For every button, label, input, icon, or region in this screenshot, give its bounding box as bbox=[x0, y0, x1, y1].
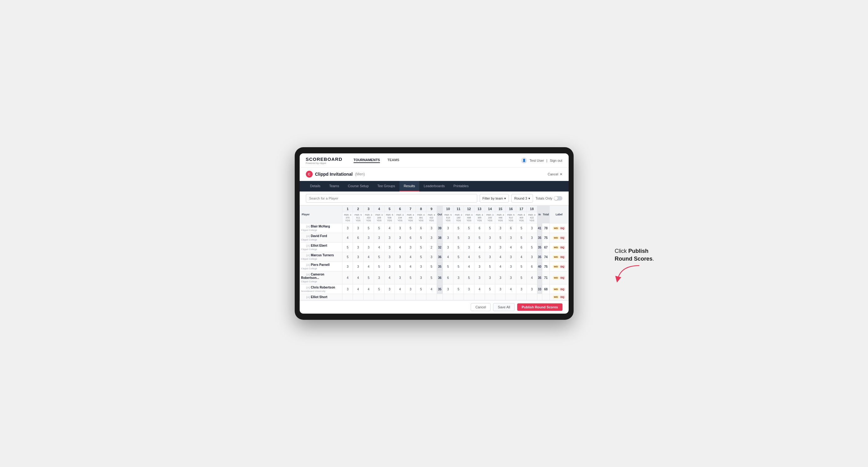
score-h13[interactable]: 3 bbox=[474, 262, 485, 272]
score-h12[interactable]: 4 bbox=[464, 262, 474, 272]
score-h4[interactable]: 5 bbox=[374, 223, 384, 233]
score-h7[interactable]: 4 bbox=[405, 252, 416, 262]
score-h2[interactable]: 6 bbox=[353, 233, 364, 243]
score-h1[interactable]: 3 bbox=[342, 223, 353, 233]
score-h12[interactable]: 3 bbox=[464, 243, 474, 252]
score-h14[interactable]: 3 bbox=[485, 243, 495, 252]
score-h6[interactable]: 3 bbox=[395, 252, 405, 262]
score-h13[interactable]: 3 bbox=[474, 272, 485, 284]
score-h1[interactable]: 4 bbox=[342, 272, 353, 284]
score-h4[interactable]: 3 bbox=[374, 233, 384, 243]
score-h17[interactable]: 5 bbox=[516, 233, 527, 243]
score-h8[interactable]: 5 bbox=[416, 243, 426, 252]
score-h12[interactable]: 3 bbox=[464, 284, 474, 294]
score-h1[interactable]: 5 bbox=[342, 252, 353, 262]
wd-badge[interactable]: WD bbox=[553, 246, 559, 249]
score-h15[interactable]: 5 bbox=[495, 233, 506, 243]
score-h16[interactable]: 3 bbox=[506, 272, 516, 284]
score-h13[interactable]: 4 bbox=[474, 243, 485, 252]
score-h16[interactable]: 3 bbox=[506, 233, 516, 243]
dq-badge[interactable]: DQ bbox=[560, 265, 565, 268]
score-label[interactable]: WD DQ bbox=[550, 243, 568, 252]
score-h8[interactable]: 5 bbox=[416, 233, 426, 243]
wd-badge[interactable]: WD bbox=[553, 226, 559, 230]
score-h17[interactable]: 5 bbox=[516, 262, 527, 272]
wd-badge[interactable]: WD bbox=[553, 255, 559, 259]
score-h12[interactable]: 3 bbox=[464, 233, 474, 243]
score-h3[interactable]: 4 bbox=[364, 284, 374, 294]
score-h16[interactable]: 3 bbox=[506, 262, 516, 272]
score-h14[interactable]: 3 bbox=[485, 233, 495, 243]
score-h8[interactable]: 6 bbox=[416, 223, 426, 233]
score-h7[interactable]: 3 bbox=[405, 243, 416, 252]
score-h14[interactable]: 5 bbox=[485, 284, 495, 294]
score-h17[interactable]: 4 bbox=[516, 252, 527, 262]
save-all-button[interactable]: Save All bbox=[493, 303, 515, 311]
score-h11[interactable]: 3 bbox=[453, 272, 464, 284]
score-h16[interactable]: 3 bbox=[506, 252, 516, 262]
dq-badge[interactable]: DQ bbox=[560, 287, 565, 291]
score-h10[interactable]: 5 bbox=[443, 262, 453, 272]
score-h3[interactable]: 3 bbox=[364, 233, 374, 243]
wd-badge[interactable]: WD bbox=[553, 295, 559, 299]
score-h8[interactable]: 5 bbox=[416, 252, 426, 262]
score-h3[interactable]: 5 bbox=[364, 272, 374, 284]
score-label[interactable]: WD DQ bbox=[550, 252, 568, 262]
score-h16[interactable]: 4 bbox=[506, 243, 516, 252]
score-h3[interactable]: 4 bbox=[364, 262, 374, 272]
score-h2[interactable]: 3 bbox=[353, 223, 364, 233]
tournament-cancel-button[interactable]: Cancel ✕ bbox=[548, 172, 562, 176]
score-h11[interactable]: 5 bbox=[453, 243, 464, 252]
dq-badge[interactable]: DQ bbox=[560, 226, 565, 230]
score-h18[interactable]: 5 bbox=[527, 243, 537, 252]
score-h9[interactable]: 4 bbox=[426, 284, 437, 294]
score-h4[interactable]: 4 bbox=[374, 243, 384, 252]
score-h10[interactable]: 6 bbox=[443, 272, 453, 284]
score-h12[interactable]: 4 bbox=[464, 252, 474, 262]
score-h15[interactable]: 4 bbox=[495, 252, 506, 262]
score-h9[interactable]: 3 bbox=[426, 223, 437, 233]
filter-team-dropdown[interactable]: Filter by team ▾ bbox=[480, 194, 509, 203]
nav-tournaments[interactable]: TOURNAMENTS bbox=[353, 158, 380, 163]
score-h17[interactable]: 5 bbox=[516, 223, 527, 233]
score-h6[interactable]: 3 bbox=[395, 233, 405, 243]
score-h10[interactable]: 3 bbox=[443, 284, 453, 294]
score-label[interactable]: WD DQ bbox=[550, 223, 568, 233]
search-input[interactable] bbox=[306, 194, 477, 203]
score-h9[interactable]: 3 bbox=[426, 252, 437, 262]
score-h11[interactable]: 5 bbox=[453, 262, 464, 272]
score-h5[interactable]: 4 bbox=[384, 272, 395, 284]
score-h6[interactable]: 3 bbox=[395, 223, 405, 233]
score-h15[interactable]: 3 bbox=[495, 272, 506, 284]
score-h16[interactable]: 6 bbox=[506, 223, 516, 233]
score-h14[interactable]: 3 bbox=[485, 272, 495, 284]
score-h8[interactable]: 5 bbox=[416, 284, 426, 294]
score-h5[interactable]: 3 bbox=[384, 243, 395, 252]
score-h7[interactable]: 4 bbox=[405, 262, 416, 272]
wd-badge[interactable]: WD bbox=[553, 236, 559, 240]
tab-printables[interactable]: Printables bbox=[449, 181, 473, 191]
score-h9[interactable]: 3 bbox=[426, 233, 437, 243]
score-label[interactable]: WD DQ bbox=[550, 262, 568, 272]
score-h13[interactable]: 5 bbox=[474, 252, 485, 262]
score-h11[interactable]: 5 bbox=[453, 252, 464, 262]
score-h4[interactable]: 5 bbox=[374, 284, 384, 294]
score-h7[interactable]: 5 bbox=[405, 272, 416, 284]
score-h17[interactable]: 5 bbox=[516, 272, 527, 284]
score-h4[interactable]: 5 bbox=[374, 252, 384, 262]
score-h12[interactable]: 5 bbox=[464, 272, 474, 284]
score-h6[interactable]: 4 bbox=[395, 284, 405, 294]
score-h11[interactable]: 5 bbox=[453, 284, 464, 294]
score-label[interactable]: WD DQ bbox=[550, 272, 568, 284]
score-h5[interactable]: 3 bbox=[384, 233, 395, 243]
score-h6[interactable]: 5 bbox=[395, 262, 405, 272]
score-h10[interactable]: 3 bbox=[443, 233, 453, 243]
tab-tee-groups[interactable]: Tee Groups bbox=[373, 181, 399, 191]
score-h18[interactable]: 3 bbox=[527, 252, 537, 262]
tab-leaderboards[interactable]: Leaderboards bbox=[419, 181, 449, 191]
score-h12[interactable]: 5 bbox=[464, 223, 474, 233]
tab-results[interactable]: Results bbox=[399, 181, 420, 191]
score-label[interactable]: WD DQ bbox=[550, 233, 568, 243]
score-h16[interactable]: 4 bbox=[506, 284, 516, 294]
score-h7[interactable]: 3 bbox=[405, 284, 416, 294]
